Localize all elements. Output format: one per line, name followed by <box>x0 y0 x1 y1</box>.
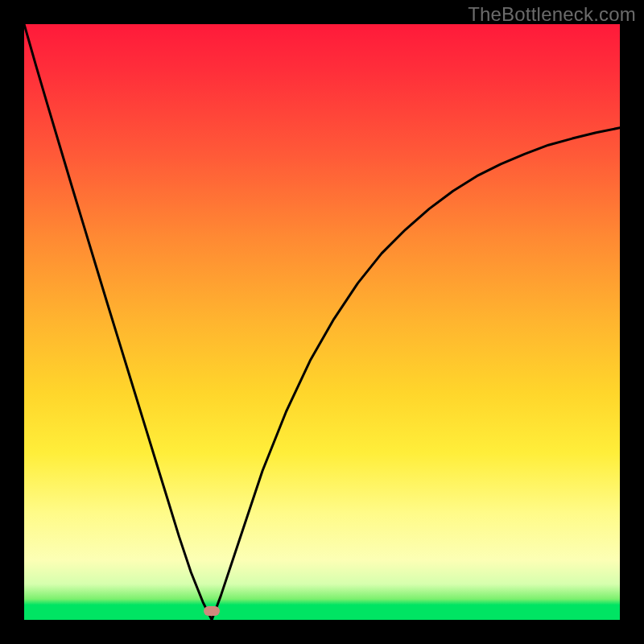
bottleneck-curve <box>24 24 620 620</box>
chart-frame: TheBottleneck.com <box>0 0 644 644</box>
chart-plot-area <box>24 24 620 620</box>
minimum-marker <box>204 606 220 616</box>
watermark-text: TheBottleneck.com <box>468 3 636 26</box>
